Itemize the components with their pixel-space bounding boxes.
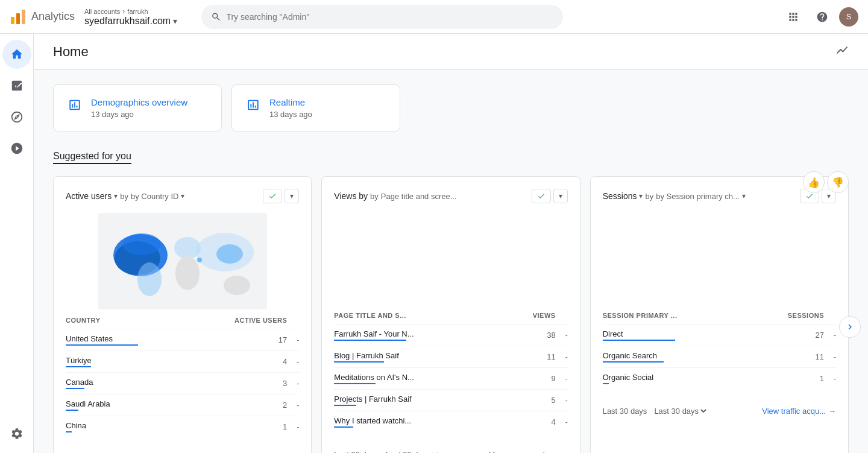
sessions-check-icon: [805, 192, 814, 200]
table-row: China 1 -: [66, 416, 299, 438]
views-panel-header: Views by by Page title and scree... ▾: [334, 189, 567, 203]
sessions-subtitle-dropdown[interactable]: ▾: [742, 192, 746, 200]
table-row: Meditations on AI's N... 9 -: [334, 368, 567, 390]
sessions-period: Last 30 days Last 30 days: [603, 406, 709, 416]
view-traffic-arrow-icon: →: [828, 407, 836, 416]
row-change: -: [287, 416, 299, 438]
settings-button[interactable]: [2, 419, 31, 448]
breadcrumb: All accounts › farrukh syedfarrukhsaif.c…: [84, 7, 177, 27]
views-panel-footer: Last 30 days Last 30 days View pages and…: [334, 442, 567, 453]
row-change: -: [556, 346, 568, 368]
svg-point-13: [197, 258, 202, 262]
sessions-col-header: SESSIONS: [752, 309, 824, 325]
active-users-title-dropdown[interactable]: ▾: [114, 192, 118, 200]
country-col-header: COUNTRY: [66, 314, 170, 329]
demographics-card-icon: [68, 98, 81, 115]
views-check-button[interactable]: [532, 189, 551, 203]
sidebar-item-home[interactable]: [2, 40, 31, 69]
check-circle-icon: [268, 192, 277, 200]
search-icon: [211, 11, 221, 22]
row-change: -: [287, 351, 299, 373]
help-button[interactable]: [810, 5, 834, 29]
svg-rect-2: [22, 10, 25, 24]
views-period-dropdown[interactable]: Last 30 days: [383, 449, 440, 453]
active-users-subtitle-dropdown[interactable]: ▾: [181, 192, 184, 200]
logo[interactable]: Analytics: [10, 8, 75, 25]
row-value: 1: [170, 416, 287, 438]
breadcrumb-chevron: ›: [122, 7, 125, 16]
breadcrumb-site[interactable]: syedfarrukhsaif.com ▾: [84, 16, 177, 27]
svg-point-6: [122, 233, 161, 255]
active-users-panel-actions: ▾: [263, 189, 299, 203]
row-value: 9: [506, 368, 556, 390]
app-title: Analytics: [31, 10, 75, 23]
realtime-card-text: Realtime 13 days ago: [269, 97, 312, 119]
row-change: -: [287, 373, 299, 394]
user-avatar[interactable]: S: [839, 7, 858, 27]
world-map-svg: [98, 213, 267, 309]
main-content: Home Demographics overview 13 days ago: [34, 34, 868, 453]
share-icon[interactable]: [835, 43, 849, 60]
svg-point-7: [137, 262, 162, 296]
active-users-table: COUNTRY ACTIVE USERS United States 17 - …: [66, 314, 299, 437]
row-label: Farrukh Saif - Your N...: [334, 325, 506, 346]
page-title: Home: [53, 44, 89, 60]
help-icon: [816, 11, 828, 23]
table-row: Why I started watchi... 4 -: [334, 411, 567, 433]
recent-card-realtime[interactable]: Realtime 13 days ago: [231, 84, 400, 131]
channel-col-header: SESSION PRIMARY ...: [603, 309, 752, 325]
row-value: 4: [170, 351, 287, 373]
active-users-panel-title: Active users ▾ by by Country ID ▾: [66, 191, 184, 201]
home-icon: [10, 48, 24, 61]
views-period: Last 30 days Last 30 days: [334, 449, 440, 453]
row-value: 27: [752, 325, 824, 346]
views-chart-placeholder: [334, 213, 567, 309]
active-users-options-button[interactable]: ▾: [285, 189, 299, 203]
thumbs-down-button[interactable]: 👎: [827, 171, 849, 193]
demographics-card-time: 13 days ago: [91, 110, 187, 119]
active-users-check-button[interactable]: [263, 189, 282, 203]
row-label: Organic Social: [603, 368, 752, 390]
svg-point-9: [175, 256, 200, 290]
realtime-card-icon: [247, 98, 260, 115]
table-row: United States 17 -: [66, 329, 299, 351]
active-users-panel-footer: Last 30 days Last 30 days View countries…: [66, 447, 299, 453]
sessions-panel-title: Sessions ▾ by by Session primary ch... ▾: [603, 191, 746, 201]
active-users-panel-header: Active users ▾ by by Country ID ▾ ▾: [66, 189, 299, 203]
row-label: United States: [66, 329, 170, 351]
views-panel-title: Views by by Page title and scree...: [334, 191, 456, 201]
chevron-down-icon: ▾: [290, 192, 294, 200]
sidebar-item-reports[interactable]: [2, 71, 31, 100]
sessions-title-dropdown[interactable]: ▾: [639, 192, 643, 200]
views-options-button[interactable]: ▾: [553, 189, 568, 203]
apps-button[interactable]: [781, 5, 805, 29]
sessions-panel: Sessions ▾ by by Session primary ch... ▾…: [590, 176, 849, 453]
view-pages-link[interactable]: View pages and s... →: [489, 450, 567, 453]
next-panel-button[interactable]: [839, 316, 861, 338]
table-row: Türkiye 4 -: [66, 351, 299, 373]
search-bar[interactable]: [201, 5, 563, 29]
sidebar-item-advertising[interactable]: [2, 134, 31, 163]
top-navigation: Analytics All accounts › farrukh syedfar…: [0, 0, 868, 34]
chevron-right-icon: [844, 322, 855, 332]
view-traffic-link[interactable]: View traffic acqu... →: [762, 407, 836, 416]
gear-icon: [10, 427, 24, 440]
svg-point-11: [216, 244, 243, 264]
row-change: -: [556, 368, 568, 390]
charts-row: 👍 👎 Active users ▾ by by Country ID ▾: [53, 176, 849, 453]
table-row: Projects | Farrukh Saif 5 -: [334, 390, 567, 411]
search-input[interactable]: [226, 12, 553, 22]
feedback-thumbs: 👍 👎: [803, 171, 849, 193]
row-change: -: [287, 329, 299, 351]
thumbs-up-button[interactable]: 👍: [803, 171, 825, 193]
sidebar-item-explore[interactable]: [2, 103, 31, 131]
row-value: 38: [506, 325, 556, 346]
sessions-table: SESSION PRIMARY ... SESSIONS Direct 27 -…: [603, 309, 836, 389]
view-pages-arrow-icon: →: [560, 450, 568, 453]
views-panel-actions: ▾: [532, 189, 568, 203]
recent-card-demographics[interactable]: Demographics overview 13 days ago: [53, 84, 222, 131]
row-label: Canada: [66, 373, 170, 394]
sessions-period-dropdown[interactable]: Last 30 days: [652, 406, 708, 416]
row-change: -: [824, 325, 836, 346]
demographics-card-text: Demographics overview 13 days ago: [91, 97, 187, 119]
